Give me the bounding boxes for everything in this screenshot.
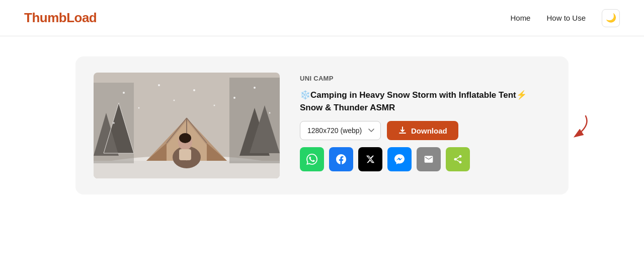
share-email-button[interactable] (417, 147, 441, 171)
channel-name: UNI CAMP (300, 75, 550, 82)
svg-point-25 (254, 87, 256, 89)
facebook-icon (336, 154, 346, 164)
arrow-annotation (548, 111, 593, 144)
svg-point-20 (179, 133, 191, 143)
nav: Home How to Use 🌙 (510, 9, 620, 27)
svg-rect-19 (179, 149, 191, 160)
nav-home[interactable]: Home (510, 14, 530, 22)
x-icon (366, 155, 375, 164)
main-content: UNI CAMP ❄️Camping in Heavy Snow Storm w… (0, 36, 644, 215)
theme-toggle-button[interactable]: 🌙 (602, 9, 620, 27)
messenger-icon (394, 154, 405, 164)
header: ThumbLoad Home How to Use 🌙 (0, 0, 644, 36)
nav-how-to-use[interactable]: How to Use (546, 14, 586, 22)
whatsapp-icon (306, 154, 317, 165)
svg-point-22 (158, 84, 160, 86)
video-title: ❄️Camping in Heavy Snow Storm with Infla… (300, 89, 550, 114)
quality-select[interactable]: 1280x720 (webp) 640x480 (webp) 320x180 (… (300, 121, 381, 140)
svg-point-26 (138, 107, 140, 109)
video-title-line1: ❄️Camping in Heavy Snow Storm with Infla… (300, 90, 527, 100)
svg-point-29 (113, 122, 115, 124)
svg-point-24 (233, 97, 235, 99)
svg-point-27 (214, 105, 215, 106)
result-card: UNI CAMP ❄️Camping in Heavy Snow Storm w… (75, 56, 569, 195)
share-facebook-button[interactable] (329, 147, 353, 171)
share-whatsapp-button[interactable] (300, 147, 324, 171)
video-title-line2: Snow & Thunder ASMR (300, 103, 395, 112)
video-thumbnail (94, 73, 280, 178)
moon-icon: 🌙 (606, 13, 616, 23)
download-button-label: Download (411, 126, 447, 135)
share-twitter-button[interactable] (358, 147, 382, 171)
email-icon (424, 154, 434, 164)
svg-point-30 (174, 100, 175, 101)
download-icon (398, 126, 407, 135)
download-button[interactable]: Download (387, 121, 458, 140)
logo[interactable]: ThumbLoad (24, 10, 97, 26)
sharethis-icon (453, 154, 463, 164)
svg-point-21 (123, 92, 125, 94)
svg-point-23 (193, 89, 195, 91)
share-sharethis-button[interactable] (446, 147, 470, 171)
share-buttons-row (300, 147, 550, 171)
share-messenger-button[interactable] (387, 147, 412, 171)
video-info-panel: UNI CAMP ❄️Camping in Heavy Snow Storm w… (300, 73, 550, 171)
svg-point-28 (269, 112, 271, 114)
